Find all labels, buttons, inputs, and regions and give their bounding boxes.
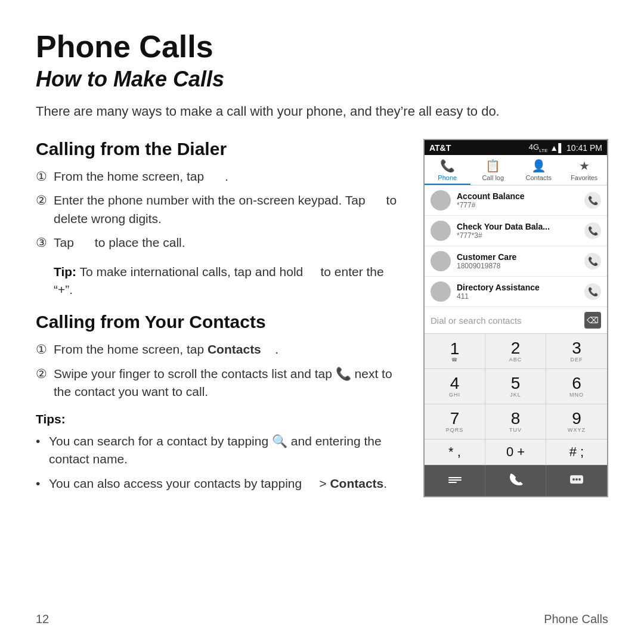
tips-list: You can search for a contact by tapping … — [36, 432, 400, 493]
avatar-3 — [431, 251, 451, 271]
key-3-main: 3 — [572, 340, 581, 357]
dialer-step-1: ① From the home screen, tap . — [36, 168, 400, 185]
call-btn-1[interactable]: 📞 — [584, 192, 601, 209]
tab-calllog[interactable]: 📋 Call log — [470, 155, 516, 185]
contacts-list: Account Balance *777# 📞 Check Your Data … — [425, 185, 607, 307]
contact-number-3: 18009019878 — [457, 262, 578, 270]
page-footer: 12 Phone Calls — [36, 612, 608, 626]
call-btn-2[interactable]: 📞 — [584, 222, 601, 239]
contacts-step-num-1: ① — [36, 340, 47, 358]
step-num-1: ① — [36, 168, 47, 185]
right-status: 4GLTE ▲▌ 10:41 PM — [529, 143, 602, 153]
avatar-4 — [431, 281, 451, 302]
call-action-btn[interactable] — [485, 465, 546, 496]
dialer-steps: ① From the home screen, tap . ② Enter th… — [36, 168, 400, 252]
tab-favorites[interactable]: ★ Favorites — [562, 155, 608, 185]
contact-row-4[interactable]: Directory Assistance 411 📞 — [425, 277, 607, 307]
contacts-step-1: ① From the home screen, tap Contacts . — [36, 340, 400, 358]
contact-info-3: Customer Care 18009019878 — [457, 252, 578, 270]
carrier-label: AT&T — [429, 143, 451, 153]
calllog-tab-icon: 📋 — [485, 159, 500, 173]
footer-label: Phone Calls — [544, 612, 608, 626]
key-8[interactable]: 8 TUV — [485, 404, 546, 439]
key-9-main: 9 — [572, 410, 581, 427]
contact-info-4: Directory Assistance 411 — [457, 283, 578, 301]
key-1[interactable]: 1 ☎ — [425, 334, 485, 369]
svg-point-5 — [575, 478, 578, 481]
key-9[interactable]: 9 WXYZ — [546, 404, 607, 439]
svg-point-4 — [572, 478, 575, 481]
contact-row-2[interactable]: Check Your Data Bala... *777*3# 📞 — [425, 216, 607, 246]
key-2-main: 2 — [511, 340, 521, 357]
key-1-main: 1 — [450, 340, 460, 357]
action-row — [425, 465, 607, 496]
key-9-sub: WXYZ — [568, 427, 586, 433]
key-5-sub: JKL — [510, 392, 521, 398]
key-star[interactable]: * , — [425, 439, 485, 465]
tab-phone-label: Phone — [438, 174, 457, 181]
tab-favorites-label: Favorites — [571, 174, 597, 181]
key-4[interactable]: 4 GHI — [425, 369, 485, 404]
tip-label: Tip: — [54, 265, 76, 278]
step-num-3: ③ — [36, 234, 47, 252]
tab-calllog-label: Call log — [482, 174, 504, 181]
svg-rect-0 — [448, 477, 462, 478]
contact-name-1: Account Balance — [457, 191, 578, 201]
key-3-sub: DEF — [571, 357, 583, 363]
dialer-section-title: Calling from the Dialer — [36, 139, 400, 159]
svg-point-6 — [578, 478, 581, 481]
key-5[interactable]: 5 JKL — [485, 369, 546, 404]
key-0-main: 0 + — [506, 445, 525, 459]
call-btn-4[interactable]: 📞 — [584, 283, 601, 300]
key-8-sub: TUV — [509, 427, 522, 433]
key-2-sub: ABC — [509, 357, 522, 363]
contact-row-3[interactable]: Customer Care 18009019878 📞 — [425, 246, 607, 277]
contact-info-2: Check Your Data Bala... *777*3# — [457, 222, 578, 240]
call-btn-3[interactable]: 📞 — [584, 253, 601, 270]
key-0[interactable]: 0 + — [485, 439, 546, 465]
key-5-main: 5 — [511, 375, 521, 392]
dialer-step-3: ③ Tap to place the call. — [36, 234, 400, 252]
key-1-sub: ☎ — [451, 357, 458, 363]
dialer-section-phone: Dial or search contacts ⌫ 1 ☎ 2 ABC 3 — [425, 307, 607, 496]
voicemail-action-btn[interactable] — [425, 465, 485, 496]
page-subtitle: How to Make Calls — [36, 67, 608, 92]
key-8-main: 8 — [511, 410, 521, 427]
tip-item-2: You can also access your contacts by tap… — [36, 475, 400, 493]
contact-row-1[interactable]: Account Balance *777# 📞 — [425, 185, 607, 216]
search-placeholder: Dial or search contacts — [431, 315, 584, 326]
signal-bars: ▲▌ — [550, 143, 564, 153]
tip-block: Tip: To make international calls, tap an… — [36, 263, 400, 299]
status-bar: AT&T 4GLTE ▲▌ 10:41 PM — [425, 140, 607, 156]
step-num-2: ② — [36, 191, 47, 209]
key-7-main: 7 — [450, 410, 460, 427]
key-7[interactable]: 7 PQRS — [425, 404, 485, 439]
key-2[interactable]: 2 ABC — [485, 334, 546, 369]
tab-phone[interactable]: 📞 Phone — [425, 155, 470, 185]
tab-contacts-label: Contacts — [526, 174, 552, 181]
tab-bar: 📞 Phone 📋 Call log 👤 Contacts ★ Favorite… — [425, 155, 607, 185]
key-6[interactable]: 6 MNO — [546, 369, 607, 404]
contact-name-2: Check Your Data Bala... — [457, 222, 578, 231]
chat-action-btn[interactable] — [546, 465, 607, 496]
intro-text: There are many ways to make a call with … — [36, 103, 608, 121]
key-7-sub: PQRS — [446, 427, 464, 433]
contacts-tab-icon: 👤 — [531, 159, 546, 173]
contacts-step-num-2: ② — [36, 365, 47, 383]
key-4-main: 4 — [450, 375, 460, 392]
contact-number-1: *777# — [457, 201, 578, 209]
backspace-button[interactable]: ⌫ — [584, 312, 601, 329]
key-3[interactable]: 3 DEF — [546, 334, 607, 369]
time-display: 10:41 PM — [566, 143, 602, 153]
key-hash[interactable]: # ; — [546, 439, 607, 465]
contact-number-2: *777*3# — [457, 231, 578, 240]
avatar-2 — [431, 221, 451, 241]
search-bar[interactable]: Dial or search contacts ⌫ — [425, 307, 607, 334]
contacts-section-title: Calling from Your Contacts — [36, 312, 400, 332]
svg-rect-2 — [448, 482, 457, 483]
contact-name-4: Directory Assistance — [457, 283, 578, 292]
tab-contacts[interactable]: 👤 Contacts — [516, 155, 562, 185]
phone-mockup: AT&T 4GLTE ▲▌ 10:41 PM 📞 Phone 📋 Call lo… — [423, 139, 608, 498]
keypad: 1 ☎ 2 ABC 3 DEF 4 GHI — [425, 334, 607, 465]
contact-info-1: Account Balance *777# — [457, 191, 578, 209]
